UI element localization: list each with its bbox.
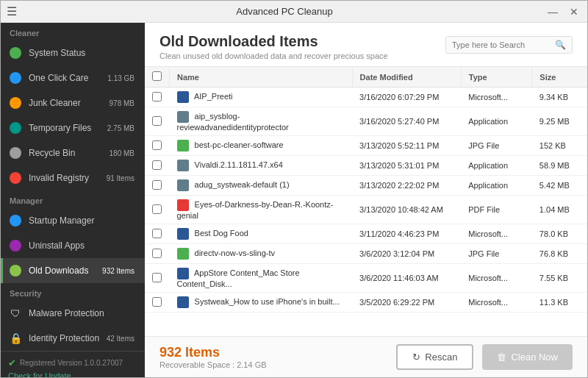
file-name: Systweak_How to use iPhone's in built...: [195, 297, 340, 306]
table-row: AIP_Preeti 3/16/2020 6:07:29 PM Microsof…: [145, 88, 587, 107]
row-checkbox[interactable]: [152, 180, 162, 190]
recycle-bin-badge: 180 MB: [107, 149, 137, 158]
registered-info: ✔ Registered Version 1.0.0.27007: [8, 357, 137, 368]
table-row: best-pc-cleaner-software 3/13/2020 5:52:…: [145, 136, 587, 156]
temporary-files-icon: [8, 121, 23, 135]
row-date: 3/6/2020 11:46:03 AM: [352, 264, 461, 293]
sidebar-item-label: One Click Care: [29, 73, 104, 83]
search-input[interactable]: [452, 40, 555, 49]
col-header-size: Size: [532, 67, 587, 88]
row-check[interactable]: [145, 176, 170, 196]
minimize-button[interactable]: —: [545, 6, 561, 18]
sidebar-item-system-status[interactable]: System Status: [1, 40, 145, 65]
file-table-wrapper: Name Date Modified Type Size AIP_Preeti …: [145, 67, 587, 336]
row-check[interactable]: [145, 107, 170, 136]
row-check[interactable]: [145, 264, 170, 293]
row-checkbox[interactable]: [152, 229, 162, 238]
row-type: Microsoft...: [461, 224, 532, 244]
sidebar-item-old-downloads[interactable]: Old Downloads 932 Items: [1, 258, 145, 283]
clean-now-button[interactable]: 🗑 Clean Now: [482, 344, 573, 370]
file-icon: [177, 179, 189, 191]
select-all-checkbox[interactable]: [152, 71, 162, 81]
row-size: 9.34 KB: [532, 88, 587, 107]
row-name: Systweak_How to use iPhone's in built...: [170, 293, 353, 313]
row-type: Microsoft...: [461, 88, 532, 107]
row-size: 58.9 MB: [532, 156, 587, 176]
row-date: 3/6/2020 3:12:04 PM: [352, 244, 461, 264]
rescan-label: Rescan: [425, 352, 457, 363]
row-check[interactable]: [145, 156, 170, 176]
file-name: Eyes-of-Darkness-by-Dean-R.-Koontz-genia…: [177, 200, 334, 220]
security-section-label: Security: [1, 283, 145, 301]
sidebar-item-recycle-bin[interactable]: Recycle Bin 180 MB: [1, 140, 145, 165]
sidebar-item-temporary-files[interactable]: Temporary Files 2.75 MB: [1, 115, 145, 140]
file-icon: [177, 248, 189, 260]
row-check[interactable]: [145, 244, 170, 264]
row-checkbox[interactable]: [152, 204, 162, 214]
window-title: Advanced PC Cleanup: [24, 6, 545, 17]
recycle-bin-icon: [8, 146, 23, 160]
row-checkbox[interactable]: [152, 297, 162, 307]
row-check[interactable]: [145, 224, 170, 244]
sidebar-item-label: Identity Protection: [29, 333, 104, 343]
panel-header-left: Old Downloaded Items Clean unused old do…: [159, 33, 388, 60]
file-name: directv-now-vs-sling-tv: [195, 249, 275, 257]
row-size: 7.55 KB: [532, 264, 587, 293]
row-name: Vivaldi.2.11.1811.47.x64: [170, 156, 353, 176]
sidebar-item-invalid-registry[interactable]: Invalid Registry 91 Items: [1, 165, 145, 190]
menu-icon[interactable]: ☰: [7, 4, 17, 18]
row-checkbox[interactable]: [152, 92, 162, 101]
search-box[interactable]: 🔍: [445, 36, 573, 54]
row-type: Application: [461, 156, 532, 176]
sidebar-item-malware-protection[interactable]: 🛡 Malware Protection: [1, 301, 145, 326]
row-checkbox[interactable]: [152, 160, 162, 170]
panel-title: Old Downloaded Items: [159, 33, 388, 50]
row-check[interactable]: [145, 196, 170, 224]
sidebar-item-uninstall-apps[interactable]: Uninstall Apps: [1, 233, 145, 258]
col-header-date: Date Modified: [352, 67, 461, 88]
sidebar-item-label: Old Downloads: [29, 265, 99, 276]
identity-protection-badge: 42 Items: [104, 334, 137, 343]
file-name: aip_sysblog-reviewadvanedidentityprotect…: [177, 112, 289, 132]
sidebar-item-identity-protection[interactable]: 🔒 Identity Protection 42 Items: [1, 326, 145, 351]
footer-space: Recoverable Space : 2.14 GB: [159, 360, 267, 369]
table-row: AppStore Content_Mac Store Content_Disk.…: [145, 264, 587, 293]
file-table-body: AIP_Preeti 3/16/2020 6:07:29 PM Microsof…: [145, 88, 587, 313]
row-checkbox[interactable]: [152, 140, 162, 150]
check-update-link[interactable]: Check for Update: [8, 371, 71, 377]
row-checkbox[interactable]: [152, 249, 162, 258]
sidebar-item-startup-manager[interactable]: Startup Manager: [1, 208, 145, 233]
row-date: 3/13/2020 5:52:11 PM: [352, 136, 461, 156]
junk-cleaner-badge: 978 MB: [107, 99, 137, 108]
row-name: best-pc-cleaner-software: [170, 136, 353, 156]
identity-protection-icon: 🔒: [8, 331, 23, 346]
row-check[interactable]: [145, 136, 170, 156]
row-name: AppStore Content_Mac Store Content_Disk.…: [170, 264, 353, 293]
file-icon: [177, 268, 189, 279]
invalid-registry-icon: [8, 171, 23, 185]
startup-manager-icon: [8, 213, 23, 228]
row-date: 3/16/2020 5:27:40 PM: [352, 107, 461, 136]
table-row: Vivaldi.2.11.1811.47.x64 3/13/2020 5:31:…: [145, 156, 587, 176]
title-bar: ☰ Advanced PC Cleanup — ✕: [1, 1, 587, 23]
file-icon: [177, 199, 189, 211]
row-check[interactable]: [145, 293, 170, 313]
table-row: Best Dog Food 3/11/2020 4:46:23 PM Micro…: [145, 224, 587, 244]
row-check[interactable]: [145, 88, 170, 107]
file-icon: [177, 140, 189, 151]
row-size: 9.25 MB: [532, 107, 587, 136]
row-size: 1.04 MB: [532, 196, 587, 224]
main-content: Cleaner System Status One Click Care 1.1…: [1, 23, 587, 377]
rescan-button[interactable]: ↻ Rescan: [396, 344, 473, 370]
sidebar-item-label: Recycle Bin: [29, 148, 107, 158]
system-status-icon: [8, 46, 23, 60]
row-checkbox[interactable]: [152, 116, 162, 126]
sidebar-item-one-click-care[interactable]: One Click Care 1.13 GB: [1, 65, 145, 90]
close-button[interactable]: ✕: [567, 6, 581, 18]
footer-actions: ↻ Rescan 🗑 Clean Now: [396, 344, 573, 370]
row-checkbox[interactable]: [152, 273, 162, 282]
col-header-check: [145, 67, 170, 88]
file-name: Best Dog Food: [195, 229, 248, 238]
uninstall-apps-icon: [8, 238, 23, 253]
sidebar-item-junk-cleaner[interactable]: Junk Cleaner 978 MB: [1, 90, 145, 115]
